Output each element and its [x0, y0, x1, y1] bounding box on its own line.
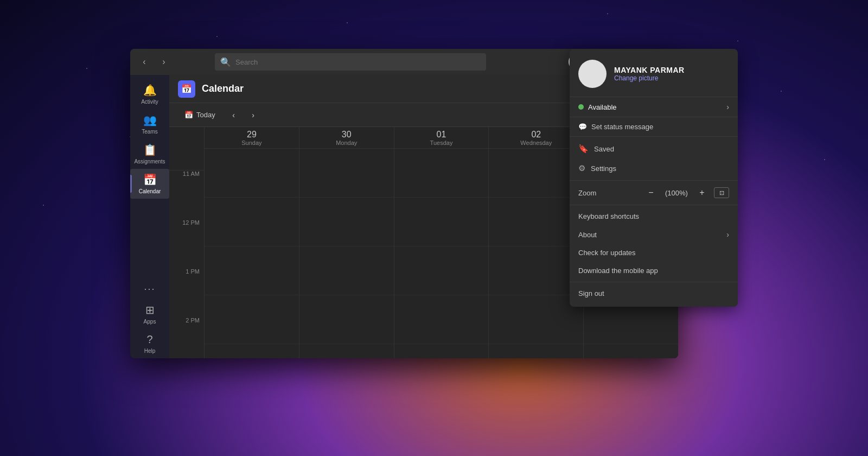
menu-section-saved-settings: 🔖 Saved ⚙ Settings — [570, 137, 738, 181]
forward-button[interactable]: › — [156, 54, 171, 69]
calendar-icon-box: 📅 — [178, 80, 195, 98]
day-cell[interactable] — [299, 295, 394, 344]
settings-gear-icon: ⚙ — [578, 163, 585, 173]
keyboard-shortcuts-label: Keyboard shortcuts — [578, 212, 639, 220]
chevron-right-icon: › — [726, 103, 729, 111]
sidebar-item-apps[interactable]: ⊞ Apps — [130, 299, 169, 329]
calendar-title: Calendar — [202, 83, 244, 94]
sidebar-item-teams[interactable]: 👥 Teams — [130, 109, 169, 139]
day-col-sunday: 29 Sunday — [204, 127, 299, 358]
sidebar-item-label-teams: Teams — [142, 129, 157, 135]
set-status-message-text: Set status message — [591, 123, 653, 131]
profile-name: MAYANK PARMAR — [614, 66, 685, 74]
zoom-minus-button[interactable]: − — [644, 186, 658, 199]
about-chevron-icon: › — [726, 230, 729, 239]
zoom-value: (100%) — [663, 189, 690, 197]
sign-out-item[interactable]: Sign out — [570, 284, 738, 302]
activity-icon: 🔔 — [143, 84, 157, 97]
time-slot-12pm: 12 PM — [169, 219, 204, 268]
action-menu: Keyboard shortcuts About › Check for upd… — [570, 205, 738, 282]
status-left: Available — [578, 103, 617, 111]
zoom-row: Zoom − (100%) + ⊡ — [570, 181, 738, 205]
sidebar-item-calendar[interactable]: 📅 Calendar — [130, 169, 169, 199]
sidebar-item-label-assignments: Assignments — [134, 159, 165, 164]
day-col-wednesday: 02 Wednesday — [488, 127, 583, 358]
day-num-30: 30 — [342, 130, 352, 140]
time-slot-11am: 11 AM — [169, 170, 204, 219]
sidebar-item-label-help: Help — [144, 348, 156, 354]
apps-icon: ⊞ — [145, 303, 155, 316]
status-row[interactable]: Available › — [570, 97, 738, 117]
saved-menu-item[interactable]: 🔖 Saved — [570, 139, 738, 159]
sidebar-item-help[interactable]: ? Help — [130, 329, 169, 358]
today-button[interactable]: 📅 Today — [178, 109, 222, 121]
day-cell[interactable] — [299, 149, 394, 198]
sign-out-section: Sign out — [570, 282, 738, 305]
download-mobile-item[interactable]: Download the mobile app — [570, 262, 738, 280]
check-updates-label: Check for updates — [578, 249, 636, 257]
day-col-tuesday: 01 Tuesday — [394, 127, 489, 358]
sidebar-item-label-apps: Apps — [144, 319, 156, 325]
saved-label: Saved — [594, 145, 614, 153]
day-name-tuesday: Tuesday — [430, 140, 453, 146]
day-cell[interactable] — [299, 198, 394, 246]
sidebar-item-assignments[interactable]: 📋 Assignments — [130, 139, 169, 169]
sidebar-item-activity[interactable]: 🔔 Activity — [130, 79, 169, 109]
profile-dropdown: MAYANK PARMAR Change picture Available ›… — [570, 49, 738, 307]
search-bar: 🔍 — [215, 53, 486, 71]
day-num-01: 01 — [437, 130, 446, 140]
day-cell[interactable] — [205, 198, 299, 246]
zoom-plus-button[interactable]: + — [695, 186, 709, 199]
keyboard-shortcuts-item[interactable]: Keyboard shortcuts — [570, 207, 738, 225]
status-text: Available — [588, 103, 617, 111]
profile-avatar — [578, 60, 607, 88]
zoom-fit-button[interactable]: ⊡ — [714, 187, 729, 198]
calendar-nav-icon: 📅 — [143, 173, 157, 186]
day-cell[interactable] — [205, 149, 299, 198]
day-cell[interactable] — [299, 246, 394, 295]
day-cell[interactable] — [394, 198, 489, 246]
calendar-forward-button[interactable]: › — [246, 107, 261, 123]
speech-bubble-icon: 💬 — [578, 123, 587, 131]
settings-menu-item[interactable]: ⚙ Settings — [570, 159, 738, 178]
today-label: Today — [196, 111, 215, 119]
day-name-wednesday: Wednesday — [520, 140, 552, 146]
time-column: 11 AM 12 PM 1 PM 2 PM — [169, 127, 204, 358]
day-cell[interactable] — [394, 149, 489, 198]
day-cell[interactable] — [394, 295, 489, 344]
back-button[interactable]: ‹ — [137, 54, 152, 69]
day-col-monday: 30 Monday — [299, 127, 394, 358]
download-mobile-label: Download the mobile app — [578, 267, 658, 275]
about-item[interactable]: About › — [570, 225, 738, 244]
bookmark-icon: 🔖 — [578, 144, 589, 154]
sidebar-item-label-calendar: Calendar — [139, 188, 161, 194]
day-cell[interactable] — [394, 246, 489, 295]
calendar-back-button[interactable]: ‹ — [226, 107, 241, 123]
change-picture-link[interactable]: Change picture — [614, 74, 685, 82]
settings-label: Settings — [591, 164, 616, 173]
sidebar-item-label-activity: Activity — [141, 99, 158, 105]
time-slot-2pm: 2 PM — [169, 317, 204, 358]
set-status-message-row[interactable]: 💬 Set status message — [570, 117, 738, 137]
more-button[interactable]: ··· — [139, 279, 159, 299]
zoom-label: Zoom — [578, 189, 639, 197]
profile-header: MAYANK PARMAR Change picture — [570, 49, 738, 97]
day-name-sunday: Sunday — [241, 140, 261, 146]
sidebar: 🔔 Activity 👥 Teams 📋 Assignments 📅 Calen… — [130, 75, 169, 358]
time-slot-1pm: 1 PM — [169, 268, 204, 317]
search-input[interactable] — [235, 58, 481, 66]
about-label: About — [578, 231, 597, 239]
teams-icon: 👥 — [143, 113, 157, 126]
status-dot-green — [578, 104, 584, 110]
today-calendar-icon: 📅 — [184, 111, 193, 119]
day-num-02: 02 — [531, 130, 541, 140]
check-updates-item[interactable]: Check for updates — [570, 244, 738, 262]
search-icon: 🔍 — [220, 57, 231, 67]
day-cell[interactable] — [205, 295, 299, 344]
day-name-monday: Monday — [336, 140, 357, 146]
profile-info: MAYANK PARMAR Change picture — [614, 66, 685, 82]
day-cell[interactable] — [205, 246, 299, 295]
help-icon: ? — [146, 333, 152, 346]
assignments-icon: 📋 — [143, 143, 157, 156]
day-num-29: 29 — [247, 130, 257, 140]
